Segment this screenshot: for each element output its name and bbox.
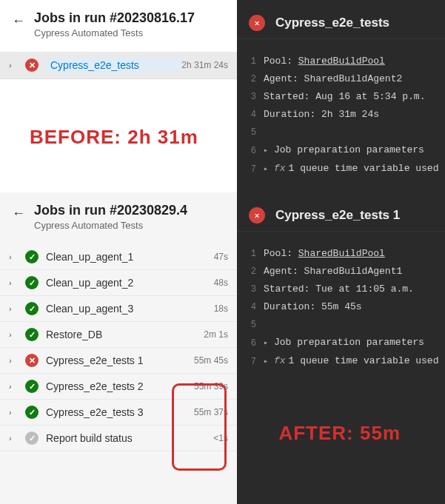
- log-line: 5: [237, 316, 445, 334]
- job-list-top: › ✕ Cypress_e2e_tests 2h 31m 24s: [0, 52, 237, 79]
- line-number: 7: [237, 162, 264, 177]
- header-bottom: ← Jobs in run #20230829.4 Cypress Automa…: [0, 192, 237, 237]
- chevron-right-icon[interactable]: ›: [9, 252, 19, 261]
- run-title: Jobs in run #20230816.17: [34, 10, 195, 26]
- log-line: 4Duration: 55m 45s: [237, 298, 445, 316]
- log-title: Cypress_e2e_tests: [275, 16, 389, 30]
- run-title: Jobs in run #20230829.4: [34, 203, 187, 218]
- status-neutral-icon: ✓: [25, 431, 39, 445]
- chevron-right-icon[interactable]: ›: [9, 382, 19, 391]
- chevron-right-icon[interactable]: ›: [9, 434, 19, 443]
- fold-icon[interactable]: ▸: [264, 162, 272, 177]
- job-name: Cypress_e2e_tests 3: [46, 406, 194, 418]
- job-row[interactable]: ›✓Cypress_e2e_tests 255m 39s: [0, 374, 237, 400]
- log-line: 5: [237, 124, 445, 141]
- job-duration: 55m 45s: [194, 355, 228, 366]
- log-line: 7▸fx1 queue time variable used: [237, 352, 445, 371]
- line-number: 2: [237, 264, 264, 279]
- chevron-right-icon[interactable]: ›: [9, 356, 19, 365]
- job-name: Clean_up_agent_2: [46, 277, 214, 289]
- line-number: 7: [237, 355, 264, 369]
- line-number: 3: [237, 282, 264, 297]
- log-title: Cypress_e2e_tests 1: [275, 208, 400, 223]
- job-row[interactable]: ›✓Report build status<1s: [0, 426, 237, 451]
- back-arrow-icon[interactable]: ←: [12, 13, 25, 29]
- line-number: 6: [237, 336, 264, 351]
- status-pass-icon: ✓: [25, 406, 39, 419]
- status-pass-icon: ✓: [25, 302, 39, 315]
- job-name: Clean_up_agent_1: [46, 251, 214, 263]
- status-fail-icon: ✕: [25, 354, 39, 367]
- fold-icon[interactable]: ▸: [264, 336, 272, 351]
- job-name: Cypress_e2e_tests 1: [46, 355, 194, 366]
- job-name[interactable]: Cypress_e2e_tests: [46, 58, 181, 73]
- header-top: ← Jobs in run #20230816.17 Cypress Autom…: [0, 0, 237, 44]
- job-row[interactable]: ›✓Cypress_e2e_tests 355m 37s: [0, 400, 237, 426]
- line-number: 6: [237, 144, 264, 158]
- job-duration: 18s: [214, 303, 228, 314]
- chevron-right-icon[interactable]: ›: [9, 304, 19, 313]
- job-row[interactable]: › ✕ Cypress_e2e_tests 2h 31m 24s: [0, 52, 237, 79]
- status-fail-icon: ✕: [249, 207, 265, 224]
- log-line: 7▸fx1 queue time variable used: [237, 160, 445, 178]
- status-pass-icon: ✓: [25, 250, 39, 263]
- chevron-right-icon[interactable]: ›: [9, 61, 19, 70]
- job-duration: <1s: [213, 433, 228, 443]
- job-duration: 47s: [214, 252, 228, 262]
- job-name: Clean_up_agent_3: [46, 303, 214, 315]
- log-line: 6▸Job preparation parameters: [237, 334, 445, 352]
- log-line: 3Started: Tue at 11:05 a.m.: [237, 280, 445, 298]
- job-list-bottom: ›✓Clean_up_agent_147s›✓Clean_up_agent_24…: [0, 244, 237, 451]
- fold-icon[interactable]: ▸: [264, 355, 272, 369]
- line-number: 2: [237, 72, 264, 87]
- log-line: 4Duration: 2h 31m 24s: [237, 106, 445, 124]
- log-line: 1Pool: SharedBuildPool: [237, 245, 445, 263]
- line-number: 4: [237, 107, 264, 122]
- line-number: 1: [237, 54, 264, 69]
- job-duration: 48s: [214, 278, 228, 288]
- annotation-before: BEFORE: 2h 31m: [30, 126, 198, 149]
- chevron-right-icon[interactable]: ›: [9, 330, 19, 339]
- fold-icon[interactable]: ▸: [264, 144, 272, 158]
- job-row[interactable]: ›✓Clean_up_agent_318s: [0, 296, 237, 322]
- job-row[interactable]: ›✓Clean_up_agent_147s: [0, 244, 237, 270]
- job-row[interactable]: ›✕Cypress_e2e_tests 155m 45s: [0, 348, 237, 374]
- status-pass-icon: ✓: [25, 276, 39, 289]
- job-name: Report build status: [46, 432, 213, 444]
- log-line: 6▸Job preparation parameters: [237, 141, 445, 160]
- job-duration: 55m 37s: [194, 407, 228, 417]
- line-number: 3: [237, 90, 264, 104]
- log-lines-top: 1Pool: SharedBuildPool2Agent: SharedBuil…: [237, 53, 445, 178]
- log-line: 1Pool: SharedBuildPool: [237, 53, 445, 70]
- job-row[interactable]: ›✓Restore_DB2m 1s: [0, 322, 237, 348]
- annotation-after: AFTER: 55m: [278, 422, 401, 445]
- chevron-right-icon[interactable]: ›: [9, 408, 19, 417]
- log-line: 3Started: Aug 16 at 5:34 p.m.: [237, 88, 445, 106]
- line-number: 4: [237, 300, 264, 315]
- log-lines-bottom: 1Pool: SharedBuildPool2Agent: SharedBuil…: [237, 245, 445, 371]
- job-row[interactable]: ›✓Clean_up_agent_248s: [0, 270, 237, 296]
- log-header-bottom: ✕ Cypress_e2e_tests 1: [237, 200, 445, 232]
- line-number: 1: [237, 246, 264, 261]
- line-number: 5: [237, 125, 264, 140]
- status-fail-icon: ✕: [249, 15, 265, 31]
- status-fail-icon: ✕: [25, 58, 39, 72]
- job-duration: 55m 39s: [194, 381, 228, 392]
- log-line: 2Agent: SharedBuildAgent1: [237, 263, 445, 280]
- job-duration: 2m 1s: [204, 329, 228, 340]
- log-header-top: ✕ Cypress_e2e_tests: [237, 7, 445, 39]
- job-duration: 2h 31m 24s: [181, 60, 228, 70]
- log-line: 2Agent: SharedBuildAgent2: [237, 70, 445, 88]
- run-subtitle: Cypress Automated Tests: [34, 220, 187, 231]
- back-arrow-icon[interactable]: ←: [12, 206, 25, 221]
- status-pass-icon: ✓: [25, 328, 39, 341]
- line-number: 5: [237, 317, 264, 332]
- run-subtitle: Cypress Automated Tests: [34, 27, 195, 38]
- chevron-right-icon[interactable]: ›: [9, 278, 19, 287]
- job-name: Cypress_e2e_tests 2: [46, 380, 194, 392]
- status-pass-icon: ✓: [25, 380, 39, 393]
- job-name: Restore_DB: [46, 329, 204, 340]
